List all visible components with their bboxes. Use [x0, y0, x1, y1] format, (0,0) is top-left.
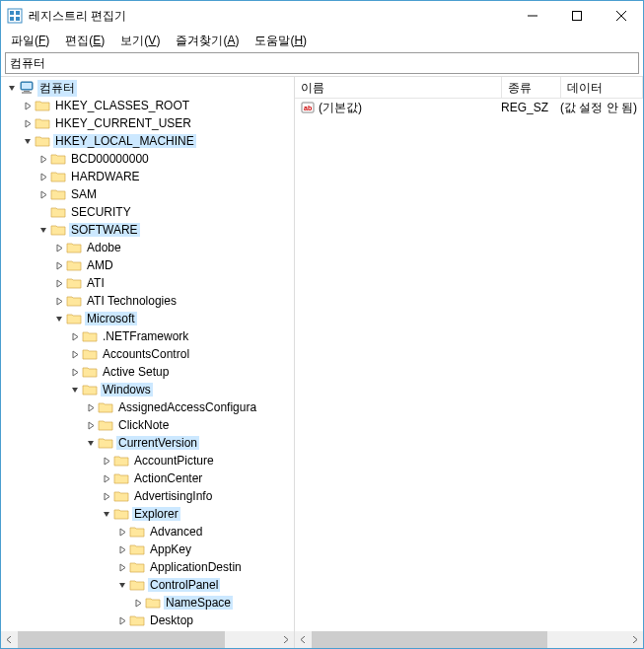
tree-item-appdest[interactable]: ApplicationDestin [1, 558, 294, 576]
expander-icon[interactable] [115, 525, 129, 539]
expander-icon[interactable] [100, 471, 113, 485]
tree-item-netfw[interactable]: .NETFramework [1, 327, 294, 345]
expander-icon[interactable] [52, 241, 66, 254]
menu-file[interactable]: 파일(F) [7, 32, 53, 50]
expander-icon[interactable] [115, 560, 129, 574]
titlebar[interactable]: 레지스트리 편집기 [1, 1, 643, 31]
scroll-left-icon[interactable] [295, 631, 312, 648]
scroll-right-icon[interactable] [277, 631, 294, 648]
scroll-thumb[interactable] [312, 631, 547, 648]
tree-item-windows[interactable]: Windows [1, 381, 294, 398]
expander-icon[interactable] [100, 454, 113, 468]
tree-item-accountpicture[interactable]: AccountPicture [1, 452, 294, 469]
tree-item-bcd[interactable]: BCD00000000 [1, 150, 294, 168]
tree-label: AccountPicture [132, 454, 216, 468]
expander-icon[interactable] [52, 276, 66, 290]
tree-item-assignedaccess[interactable]: AssignedAccessConfigura [1, 398, 294, 416]
tree-label: SOFTWARE [69, 223, 140, 237]
tree-label: ControlPanel [148, 578, 220, 592]
tree-item-root[interactable]: 컴퓨터 [1, 79, 294, 97]
tree-item-controlpanel[interactable]: ControlPanel [1, 576, 294, 594]
svg-rect-12 [22, 92, 32, 94]
expander-icon[interactable] [100, 489, 113, 503]
tree-item-microsoft[interactable]: Microsoft [1, 310, 294, 327]
list-scrollbar-h[interactable] [295, 631, 643, 648]
list-row[interactable]: ab (기본값) REG_SZ (값 설정 안 됨) [295, 99, 643, 116]
tree-item-currentversion[interactable]: CurrentVersion [1, 434, 294, 452]
tree-item-adobe[interactable]: Adobe [1, 239, 294, 256]
svg-rect-1 [10, 11, 14, 15]
expander-icon[interactable] [21, 134, 35, 148]
tree-scrollbar-h[interactable] [1, 631, 294, 648]
expander-icon[interactable] [68, 365, 82, 379]
expander-icon[interactable] [84, 436, 98, 450]
expander-icon[interactable] [5, 81, 19, 95]
expander-icon[interactable] [131, 596, 145, 610]
close-button[interactable] [599, 1, 643, 31]
tree-label: Advanced [148, 525, 204, 539]
tree-item-hkcr[interactable]: HKEY_CLASSES_ROOT [1, 97, 294, 114]
tree-item-appkey[interactable]: AppKey [1, 541, 294, 558]
tree-pane[interactable]: 컴퓨터HKEY_CLASSES_ROOTHKEY_CURRENT_USERHKE… [1, 77, 295, 648]
expander-icon[interactable] [21, 99, 35, 112]
menu-help[interactable]: 도움말(H) [250, 32, 311, 50]
tree-item-hklm[interactable]: HKEY_LOCAL_MACHINE [1, 132, 294, 150]
expander-icon[interactable] [36, 187, 50, 201]
tree-item-accctrl[interactable]: AccountsControl [1, 345, 294, 363]
tree-item-software[interactable]: SOFTWARE [1, 221, 294, 239]
scroll-track[interactable] [18, 631, 277, 648]
folder-icon [98, 400, 113, 414]
tree-item-hkcu[interactable]: HKEY_CURRENT_USER [1, 114, 294, 132]
folder-icon [66, 294, 82, 308]
tree-item-clicknote[interactable]: ClickNote [1, 416, 294, 434]
tree-item-explorer[interactable]: Explorer [1, 505, 294, 523]
tree-item-actioncenter[interactable]: ActionCenter [1, 469, 294, 487]
tree-item-hardware[interactable]: HARDWARE [1, 168, 294, 185]
expander-icon[interactable] [115, 578, 129, 592]
tree-item-sam[interactable]: SAM [1, 185, 294, 203]
col-name[interactable]: 이름 [295, 77, 502, 98]
expander-icon[interactable] [68, 383, 82, 397]
tree-item-security[interactable]: SECURITY [1, 203, 294, 221]
expander-icon[interactable] [36, 205, 50, 219]
address-bar[interactable]: 컴퓨터 [5, 52, 639, 74]
scroll-track[interactable] [312, 631, 626, 648]
expander-icon[interactable] [52, 312, 66, 325]
expander-icon[interactable] [84, 400, 98, 414]
tree-label: Active Setup [101, 365, 171, 379]
menu-edit[interactable]: 편집(E) [61, 32, 108, 50]
tree-item-activesetup[interactable]: Active Setup [1, 363, 294, 381]
tree-label: SAM [69, 187, 99, 201]
minimize-button[interactable] [510, 1, 554, 31]
maximize-button[interactable] [554, 1, 599, 31]
expander-icon[interactable] [115, 542, 129, 556]
expander-icon[interactable] [36, 223, 50, 237]
expander-icon[interactable] [68, 329, 82, 343]
expander-icon[interactable] [36, 152, 50, 166]
scroll-left-icon[interactable] [1, 631, 18, 648]
folder-icon [35, 116, 50, 130]
expander-icon[interactable] [68, 347, 82, 361]
tree-item-atitech[interactable]: ATI Technologies [1, 292, 294, 310]
tree-item-ati[interactable]: ATI [1, 274, 294, 292]
expander-icon[interactable] [52, 258, 66, 272]
tree-item-advanced[interactable]: Advanced [1, 523, 294, 541]
col-data[interactable]: 데이터 [561, 77, 643, 98]
expander-icon[interactable] [100, 507, 113, 521]
scroll-thumb[interactable] [18, 631, 225, 648]
expander-icon[interactable] [115, 613, 129, 627]
scroll-right-icon[interactable] [626, 631, 643, 648]
folder-icon [50, 170, 66, 183]
tree-item-amd[interactable]: AMD [1, 256, 294, 274]
col-type[interactable]: 종류 [502, 77, 561, 98]
expander-icon[interactable] [52, 294, 66, 308]
menu-view[interactable]: 보기(V) [116, 32, 164, 50]
expander-icon[interactable] [36, 170, 50, 183]
list-pane[interactable]: 이름 종류 데이터 ab (기본값) REG_SZ (값 설정 안 됨) [295, 77, 643, 648]
expander-icon[interactable] [84, 418, 98, 432]
menu-favorites[interactable]: 즐겨찾기(A) [172, 32, 243, 50]
expander-icon[interactable] [21, 116, 35, 130]
tree-item-namespace[interactable]: NameSpace [1, 594, 294, 612]
tree-item-advertisinginfo[interactable]: AdvertisingInfo [1, 487, 294, 505]
tree-item-desktop[interactable]: Desktop [1, 612, 294, 629]
